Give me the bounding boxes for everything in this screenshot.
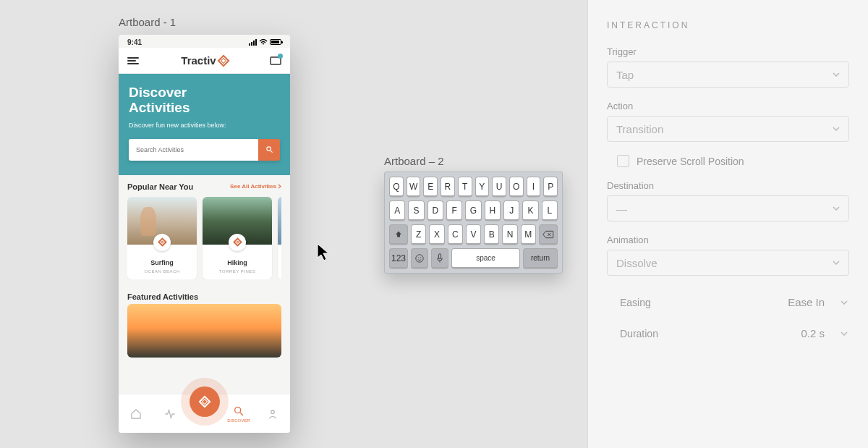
card-sub: OCEAN BEACH	[127, 269, 197, 274]
easing-label: Easing	[620, 297, 651, 308]
key-c[interactable]: C	[448, 224, 463, 245]
panel-title: INTERACTION	[607, 20, 849, 30]
featured-image[interactable]	[127, 304, 281, 358]
key-emoji[interactable]	[411, 248, 428, 269]
key-h[interactable]: H	[485, 200, 501, 221]
svg-line-3	[240, 413, 243, 415]
key-q[interactable]: Q	[389, 177, 404, 197]
card-surfing[interactable]: SurfingOCEAN BEACH	[127, 197, 197, 279]
status-bar: 9:41	[119, 35, 290, 48]
key-k[interactable]: K	[522, 200, 538, 221]
activity-icon	[164, 408, 176, 420]
emoji-icon	[414, 253, 425, 263]
animation-dropdown[interactable]: Dissolve	[607, 250, 849, 276]
animation-label: Animation	[607, 234, 849, 245]
key-s[interactable]: S	[408, 200, 424, 221]
search-input[interactable]	[129, 139, 258, 161]
field-action: Action Transition	[607, 101, 849, 142]
menu-icon[interactable]	[127, 57, 139, 64]
card-hiking[interactable]: HikingTORREY PINES	[203, 197, 272, 279]
svg-line-1	[270, 151, 272, 153]
easing-value: Ease In	[788, 296, 825, 308]
key-v[interactable]: V	[466, 224, 481, 245]
tab-discover[interactable]: DISCOVER	[221, 405, 255, 423]
home-icon	[130, 408, 142, 420]
key-i[interactable]: I	[527, 177, 541, 197]
brand-text: Tractiv	[181, 54, 216, 67]
see-all-label: See All Activities	[230, 183, 276, 190]
key-shift[interactable]	[389, 224, 408, 245]
key-b[interactable]: B	[484, 224, 499, 245]
artboard2-label[interactable]: Artboard – 2	[384, 155, 444, 167]
svg-rect-8	[438, 253, 441, 258]
key-space[interactable]: space	[451, 248, 520, 269]
shift-icon	[394, 230, 403, 239]
svg-point-6	[418, 257, 419, 258]
app-header: Tractiv	[119, 48, 290, 74]
key-return[interactable]: return	[523, 248, 558, 269]
hero: DiscoverActivities Discover fun new acti…	[119, 74, 290, 175]
search[interactable]	[129, 139, 280, 161]
diamond-icon	[158, 237, 167, 247]
key-y[interactable]: Y	[475, 177, 490, 197]
fab-add[interactable]	[190, 386, 220, 417]
search-icon	[265, 145, 273, 153]
field-destination: Destination —	[607, 180, 849, 221]
key-t[interactable]: T	[458, 177, 472, 197]
card-image	[127, 197, 197, 245]
svg-point-0	[266, 147, 271, 151]
key-u[interactable]: U	[492, 177, 506, 197]
destination-value: —	[616, 203, 627, 215]
artboard2-keyboard[interactable]: QWERTYUOIP ASDFGHJKL ZXCVBNM 123 space r…	[384, 172, 563, 274]
key-g[interactable]: G	[465, 200, 481, 221]
key-d[interactable]: D	[427, 200, 443, 221]
duration-value: 0.2 s	[801, 327, 825, 339]
key-l[interactable]: L	[542, 200, 558, 221]
action-dropdown[interactable]: Transition	[607, 116, 849, 142]
key-n[interactable]: N	[502, 224, 517, 245]
duration-dropdown[interactable]: 0.2 s	[801, 327, 848, 339]
key-w[interactable]: W	[407, 177, 421, 197]
card-image	[278, 197, 281, 245]
key-p[interactable]: P	[543, 177, 558, 197]
artboard1-label[interactable]: Artboard - 1	[119, 16, 176, 28]
preserve-scroll-row[interactable]: Preserve Scroll Position	[617, 155, 849, 167]
key-r[interactable]: R	[441, 177, 455, 197]
key-e[interactable]: E	[423, 177, 438, 197]
svg-point-5	[416, 254, 424, 262]
search-button[interactable]	[258, 139, 280, 161]
key-a[interactable]: A	[389, 200, 405, 221]
artboard1[interactable]: 9:41 Tractiv DiscoverActivities Discover…	[119, 35, 290, 433]
checkbox[interactable]	[617, 155, 629, 167]
key-x[interactable]: X	[429, 224, 444, 245]
tab-profile[interactable]	[256, 408, 290, 420]
animation-value: Dissolve	[616, 257, 658, 269]
key-mic[interactable]	[431, 248, 448, 269]
action-label: Action	[607, 101, 849, 111]
tab-home[interactable]	[119, 408, 153, 420]
destination-dropdown[interactable]: —	[607, 195, 849, 221]
easing-row: Easing Ease In	[607, 296, 849, 308]
user-icon	[267, 408, 278, 420]
key-m[interactable]: M	[521, 224, 536, 245]
hero-title: DiscoverActivities	[129, 85, 280, 116]
chevron-right-icon	[278, 184, 281, 189]
key-z[interactable]: Z	[411, 224, 426, 245]
key-j[interactable]: J	[503, 200, 519, 221]
wifi-icon	[259, 39, 268, 46]
easing-dropdown[interactable]: Ease In	[788, 296, 848, 308]
card-image	[203, 197, 272, 245]
cards-row[interactable]: SurfingOCEAN BEACH HikingTORREY PINES	[127, 197, 281, 279]
trigger-dropdown[interactable]: Tap	[607, 62, 849, 88]
duration-label: Duration	[620, 328, 658, 339]
tab-activity[interactable]	[153, 408, 187, 420]
key-o[interactable]: O	[509, 177, 524, 197]
key-f[interactable]: F	[446, 200, 462, 221]
chevron-down-icon	[833, 261, 840, 265]
key-123[interactable]: 123	[389, 248, 408, 269]
key-backspace[interactable]	[539, 224, 558, 245]
search-icon	[233, 405, 244, 417]
see-all-link[interactable]: See All Activities	[230, 183, 281, 190]
card-peek[interactable]	[278, 197, 281, 279]
inbox-icon[interactable]	[270, 56, 281, 65]
